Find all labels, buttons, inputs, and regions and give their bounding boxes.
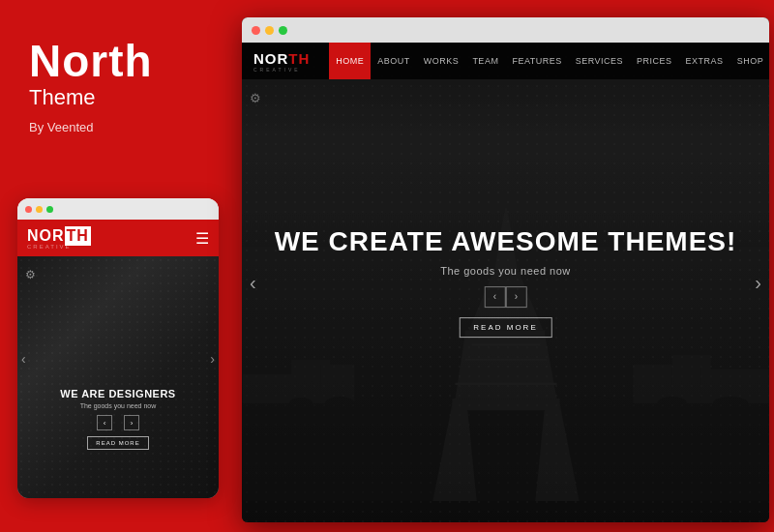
desktop-dot-yellow <box>265 26 274 35</box>
theme-title: North <box>29 39 208 83</box>
mobile-browser-bar <box>17 198 219 220</box>
mobile-logo-th: TH <box>65 226 91 246</box>
mobile-bg <box>17 256 219 498</box>
mobile-hero: WE ARE DESIGNERS The goods you need now … <box>17 388 219 450</box>
theme-subtitle: Theme <box>29 85 208 110</box>
mobile-logo-block: NOR TH CREATIVE <box>27 226 91 250</box>
mobile-settings-icon[interactable]: ⚙ <box>25 268 36 281</box>
desktop-settings-icon[interactable]: ⚙ <box>250 91 261 105</box>
desktop-read-more-btn[interactable]: READ MORE <box>459 317 551 338</box>
mobile-nav: NOR TH CREATIVE ☰ <box>17 220 219 256</box>
desktop-browser-bar <box>242 17 769 43</box>
desktop-prev-slide[interactable]: ‹ <box>250 272 256 294</box>
desktop-nav-items: HOME ABOUT WORKS TEAM FEATURES SERVICES … <box>329 43 769 79</box>
nav-item-shop[interactable]: SHOP <box>730 43 769 79</box>
hamburger-icon[interactable]: ☰ <box>195 229 209 248</box>
nav-item-team[interactable]: TEAM <box>465 43 505 79</box>
desktop-logo-sub: CREATIVE <box>253 67 310 73</box>
desktop-hero-arrow-prev[interactable]: ‹ <box>485 286 506 308</box>
mobile-hero-arrows: ‹ › <box>17 415 219 430</box>
mobile-dot-yellow <box>36 206 43 213</box>
mobile-hero-subtitle: The goods you need now <box>17 402 219 409</box>
mobile-prev-arrow[interactable]: ‹ <box>21 351 26 367</box>
mobile-read-more-btn[interactable]: READ MORE <box>87 436 148 450</box>
svg-point-20 <box>325 397 354 410</box>
desktop-logo-text: NOR TH <box>253 50 310 67</box>
left-panel: North Theme By Veented NOR TH <box>0 0 237 532</box>
desktop-hero-title: WE CREATE AWESOME THEMES! <box>268 227 743 257</box>
mobile-arrow-prev[interactable]: ‹ <box>97 415 112 430</box>
desktop-dot-red <box>252 26 260 35</box>
svg-point-23 <box>657 397 686 410</box>
mobile-content: NOR TH CREATIVE ☰ ⚙ ‹ › WE ARE DESIGNERS… <box>17 220 219 498</box>
desktop-logo-nor: NOR <box>253 50 288 67</box>
mobile-bg-pattern <box>17 256 219 498</box>
desktop-logo: NOR TH CREATIVE <box>253 50 310 73</box>
mobile-logo-nor: NOR <box>27 227 65 245</box>
svg-point-21 <box>398 396 436 411</box>
nav-item-about[interactable]: ABOUT <box>371 43 417 79</box>
svg-rect-9 <box>452 399 559 410</box>
mobile-arrow-next[interactable]: › <box>124 415 139 430</box>
mobile-preview: NOR TH CREATIVE ☰ ⚙ ‹ › WE ARE DESIGNERS… <box>17 198 219 498</box>
title-section: North Theme By Veented <box>0 0 237 154</box>
nav-item-home[interactable]: HOME <box>329 43 371 79</box>
nav-item-extras[interactable]: EXTRAS <box>679 43 730 79</box>
desktop-next-slide[interactable]: › <box>755 272 761 294</box>
svg-point-24 <box>712 397 747 410</box>
desktop-nav: NOR TH CREATIVE HOME ABOUT WORKS TEAM FE… <box>242 43 769 79</box>
desktop-content: NOR TH CREATIVE HOME ABOUT WORKS TEAM FE… <box>242 43 769 522</box>
desktop-dot-green <box>279 26 287 35</box>
desktop-hero-subtitle: The goods you need now <box>268 265 743 277</box>
theme-author: By Veented <box>29 120 208 134</box>
mobile-logo: NOR TH CREATIVE <box>27 226 91 250</box>
mobile-hero-title: WE ARE DESIGNERS <box>17 388 219 399</box>
nav-item-services[interactable]: SERVICES <box>569 43 630 79</box>
desktop-hero-arrows: ‹ › <box>268 286 743 308</box>
mobile-next-arrow[interactable]: › <box>210 351 215 367</box>
desktop-logo-th: TH <box>288 50 310 67</box>
nav-item-works[interactable]: WORKS <box>417 43 466 79</box>
nav-item-prices[interactable]: PRICES <box>630 43 679 79</box>
svg-point-19 <box>288 398 312 409</box>
desktop-hero: WE CREATE AWESOME THEMES! The goods you … <box>268 227 743 338</box>
svg-point-22 <box>574 396 612 411</box>
mobile-dot-green <box>46 206 53 213</box>
mobile-dot-red <box>25 206 32 213</box>
svg-rect-0 <box>242 403 769 501</box>
desktop-preview: NOR TH CREATIVE HOME ABOUT WORKS TEAM FE… <box>242 17 769 522</box>
desktop-hero-arrow-next[interactable]: › <box>506 286 527 308</box>
nav-item-features[interactable]: FEATURES <box>505 43 568 79</box>
